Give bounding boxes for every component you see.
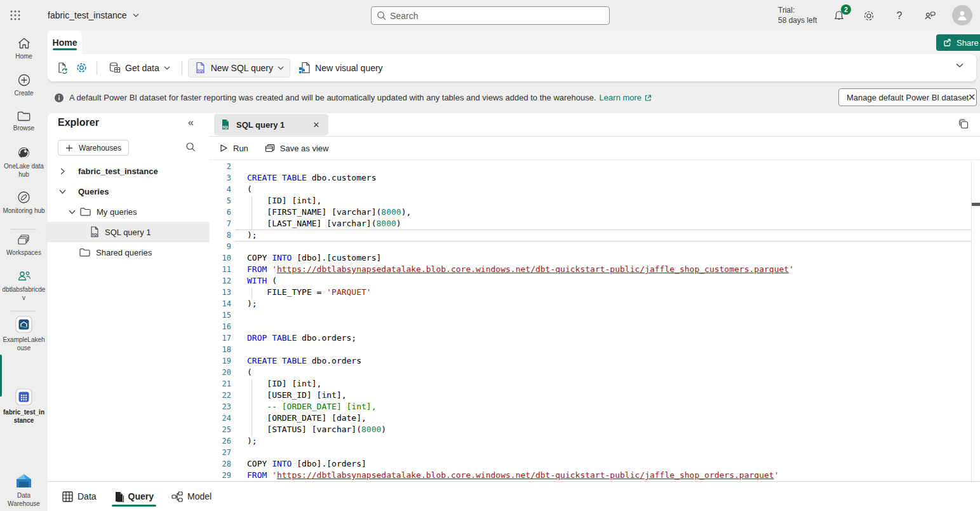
nav-home[interactable]: Home bbox=[0, 37, 48, 60]
info-banner: A default Power BI dataset for faster re… bbox=[54, 86, 974, 109]
rail-divider bbox=[11, 311, 36, 311]
svg-text:SQL: SQL bbox=[222, 125, 229, 129]
save-as-view-icon bbox=[265, 144, 275, 153]
ribbon-tab-row bbox=[48, 31, 980, 54]
query-settings-gear-icon[interactable] bbox=[72, 58, 91, 78]
scrollbar-marker bbox=[972, 203, 980, 206]
workspace-people-icon bbox=[0, 270, 48, 283]
nav-browse[interactable]: Browse bbox=[0, 111, 48, 132]
new-sql-query-button[interactable]: SQL New SQL query bbox=[188, 58, 290, 78]
explorer-search-icon[interactable] bbox=[185, 142, 196, 152]
add-warehouses-button[interactable]: Warehouses bbox=[58, 140, 129, 156]
search-input[interactable] bbox=[390, 11, 604, 21]
tree-item-sql-query-1[interactable]: SQL SQL query 1 bbox=[48, 222, 210, 242]
tree-item-shared-queries[interactable]: Shared queries bbox=[48, 242, 210, 262]
nav-workspaces[interactable]: Workspaces bbox=[0, 234, 48, 257]
tab-model[interactable]: Model bbox=[171, 482, 211, 511]
chevron-down-icon bbox=[164, 66, 170, 70]
tab-home[interactable]: Home bbox=[48, 31, 82, 54]
external-link-icon bbox=[644, 94, 652, 102]
nav-monitoring-hub[interactable]: Monitoring hub bbox=[0, 191, 48, 215]
banner-close-icon[interactable]: ✕ bbox=[964, 90, 979, 105]
chevron-down-icon bbox=[133, 13, 139, 17]
chevron-down-icon bbox=[278, 66, 284, 70]
explorer-title: Explorer bbox=[58, 117, 99, 128]
ribbon-collapse-chevron-icon[interactable] bbox=[956, 63, 963, 68]
chevron-right-icon bbox=[58, 168, 67, 175]
tree-item-my-queries[interactable]: My queries bbox=[48, 201, 210, 222]
help-icon[interactable]: ? bbox=[892, 9, 906, 23]
svg-text:SQL: SQL bbox=[91, 233, 98, 236]
tree-item-warehouse[interactable]: fabric_test_instance bbox=[48, 161, 210, 181]
view-switcher-bar: Data Query Model bbox=[48, 481, 980, 511]
app-launcher-icon[interactable] bbox=[10, 10, 20, 20]
play-icon bbox=[219, 144, 228, 153]
folder-icon bbox=[79, 248, 90, 257]
nav-item-examplelakehouse[interactable]: ExampleLakehouse bbox=[0, 316, 48, 352]
svg-text:SQL: SQL bbox=[197, 69, 205, 72]
top-bar: fabric_test_instance Trial: 58 days left… bbox=[0, 0, 980, 31]
browse-folder-icon bbox=[0, 111, 48, 121]
chevron-down-icon bbox=[67, 210, 76, 214]
onelake-icon bbox=[0, 146, 48, 160]
run-button[interactable]: Run bbox=[219, 144, 248, 153]
lakehouse-icon bbox=[0, 316, 48, 333]
share-button[interactable]: Share bbox=[936, 34, 980, 51]
nav-onelake-data-hub[interactable]: OneLake data hub bbox=[0, 146, 48, 179]
sql-code-editor[interactable]: 23CREATE TABLE dbo.customers4(5 [ID] [in… bbox=[210, 161, 980, 481]
home-icon bbox=[0, 37, 48, 50]
nav-data-warehouse[interactable]: Data Warehouse bbox=[0, 474, 48, 508]
nav-item-fabric-test-instance[interactable]: fabric_test_instance bbox=[0, 388, 48, 425]
copy-icon[interactable] bbox=[958, 118, 969, 130]
sql-file-icon: SQL bbox=[220, 119, 231, 130]
avatar[interactable] bbox=[952, 5, 972, 25]
trial-status: Trial: 58 days left bbox=[778, 5, 817, 25]
tab-query[interactable]: Query bbox=[114, 482, 154, 511]
toolbar-divider bbox=[182, 61, 182, 75]
new-visual-query-button[interactable]: New visual query bbox=[293, 58, 389, 78]
create-plus-icon bbox=[0, 74, 48, 86]
left-nav-rail: Home Create Browse OneLake data hub Moni… bbox=[0, 31, 48, 511]
refresh-icon bbox=[56, 62, 69, 74]
learn-more-link[interactable]: Learn more bbox=[600, 93, 652, 102]
banner-message: A default Power BI dataset for faster re… bbox=[69, 93, 596, 102]
global-search[interactable] bbox=[371, 6, 610, 25]
nav-create[interactable]: Create bbox=[0, 74, 48, 97]
query-tab[interactable]: SQL SQL query 1 ✕ bbox=[214, 114, 328, 135]
data-grid-icon bbox=[62, 491, 73, 502]
data-warehouse-icon bbox=[0, 474, 48, 489]
share-icon bbox=[943, 37, 953, 48]
selected-nav-indicator bbox=[0, 355, 2, 397]
refresh-button[interactable] bbox=[53, 58, 72, 78]
search-icon bbox=[377, 11, 386, 20]
code-lines: 23CREATE TABLE dbo.customers4(5 [ID] [in… bbox=[210, 161, 980, 481]
toolbar-divider bbox=[97, 61, 97, 75]
ribbon-toolbar: Get data SQL New SQL query New visual qu… bbox=[48, 54, 976, 81]
chevron-down-icon bbox=[58, 189, 67, 194]
tab-close-icon[interactable]: ✕ bbox=[311, 120, 322, 130]
workspaces-icon bbox=[0, 234, 48, 246]
tree-item-queries[interactable]: Queries bbox=[48, 181, 210, 201]
info-icon bbox=[54, 93, 64, 103]
save-as-view-button[interactable]: Save as view bbox=[265, 144, 329, 153]
explorer-collapse-icon[interactable]: « bbox=[188, 117, 194, 128]
query-doc-icon bbox=[114, 491, 124, 502]
folder-icon bbox=[80, 207, 91, 216]
plus-icon bbox=[65, 144, 73, 152]
notification-badge: 2 bbox=[841, 4, 851, 15]
query-toolbar: Run Save as view bbox=[210, 137, 980, 160]
tab-data[interactable]: Data bbox=[62, 482, 97, 511]
monitoring-icon bbox=[0, 191, 48, 204]
feedback-icon[interactable] bbox=[923, 9, 937, 23]
sql-file-icon: SQL bbox=[90, 226, 100, 238]
settings-gear-icon[interactable] bbox=[862, 9, 876, 23]
editor-scrollbar[interactable] bbox=[971, 161, 972, 481]
model-diagram-icon bbox=[171, 491, 183, 502]
get-data-button[interactable]: Get data bbox=[103, 58, 176, 78]
warehouse-item-icon bbox=[0, 388, 48, 405]
home-tab-underline bbox=[53, 48, 77, 50]
nav-workspace-dbtlabsfabricdev[interactable]: dbtlabsfabricdev bbox=[0, 270, 48, 302]
database-icon bbox=[109, 62, 121, 74]
workspace-switcher[interactable]: fabric_test_instance bbox=[48, 0, 139, 31]
manage-default-dataset-button[interactable]: Manage default Power BI dataset bbox=[838, 88, 977, 106]
